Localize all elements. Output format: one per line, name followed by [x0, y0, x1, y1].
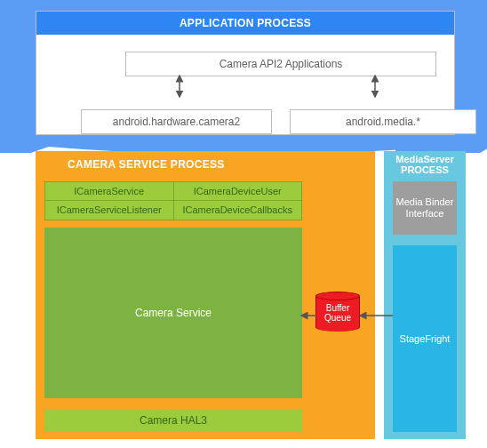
arrow-left-icon [359, 309, 395, 322]
application-process-header: APPLICATION PROCESS [36, 12, 454, 35]
media-binder-interface-box: Media Binder Interface [393, 181, 457, 235]
icameradevicecallbacks-cell: ICameraDeviceCallbacks [174, 201, 303, 220]
double-arrow-icon [173, 76, 186, 97]
arrow-left-icon [300, 309, 318, 322]
mediaserver-process-header: MediaServer PROCESS [384, 151, 466, 178]
android-hardware-camera2-box: android.hardware.camera2 [81, 109, 272, 134]
mediaserver-header-line1: MediaServer [395, 154, 453, 164]
camera-hal3-box: Camera HAL3 [44, 409, 302, 432]
android-media-box: android.media.* [290, 109, 476, 134]
icameradeviceuser-cell: ICameraDeviceUser [174, 181, 303, 201]
mediaserver-header-line2: PROCESS [401, 164, 449, 175]
double-arrow-icon [369, 76, 381, 97]
camera-service-process-header: CAMERA SERVICE PROCESS [36, 151, 375, 178]
buffer-queue-line2: Queue [324, 313, 351, 323]
buffer-queue-line1: Buffer [326, 303, 350, 313]
icameraservice-cell: ICameraService [44, 181, 174, 201]
camera-interfaces-grid: ICameraService ICameraDeviceUser ICamera… [44, 181, 302, 220]
architecture-diagram: APPLICATION PROCESS Camera API2 Applicat… [0, 0, 487, 448]
camera-api2-applications-box: Camera API2 Applications [125, 52, 436, 76]
buffer-queue-cylinder: Buffer Queue [315, 296, 360, 335]
stagefright-box: StageFright [393, 245, 457, 432]
application-process-container: APPLICATION PROCESS Camera API2 Applicat… [36, 11, 455, 135]
camera-service-box: Camera Service [44, 228, 302, 398]
icameraservicelistener-cell: ICameraServiceListener [44, 201, 174, 220]
